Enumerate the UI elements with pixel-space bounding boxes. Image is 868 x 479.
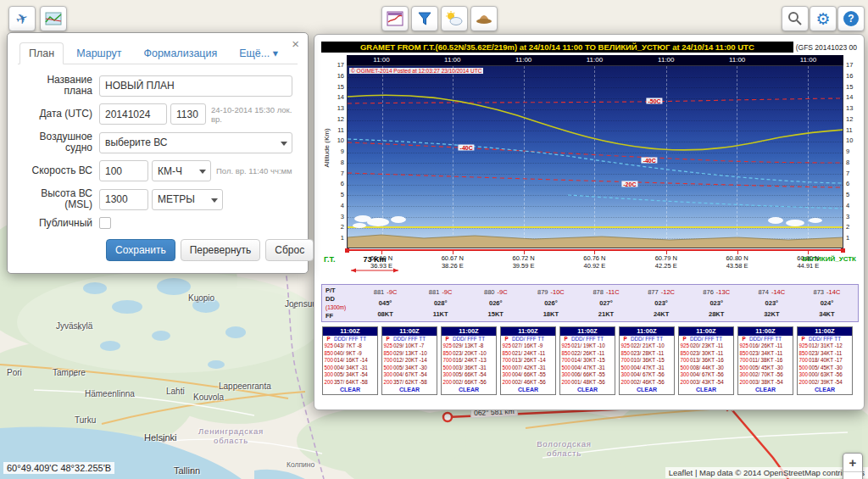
- filter-button[interactable]: [411, 6, 438, 31]
- public-checkbox[interactable]: [99, 217, 111, 229]
- pilot-hat-button[interactable]: [470, 6, 498, 31]
- y-tick: 5: [341, 192, 344, 198]
- map-attribution: Leaflet | Map data © 2014 OpenStreetMap …: [665, 467, 868, 478]
- altitude-input[interactable]: [99, 189, 148, 210]
- cursor-coordinates: 60°49.409'С 48°32.255'В: [3, 462, 114, 474]
- plan-tab-3[interactable]: Ещё... ▾: [230, 42, 287, 64]
- plan-tab-1[interactable]: Маршрут: [67, 42, 131, 64]
- flight-plan-panel: × ПланМаршрутФормализацияЕщё... ▾ Назван…: [7, 32, 309, 274]
- y-tick: 3: [846, 214, 849, 220]
- help-button[interactable]: ?: [837, 6, 865, 31]
- route-start-label: Г.Т.: [324, 255, 335, 264]
- map-label: Jyväskylä: [56, 321, 92, 331]
- pilot-hat-icon: [476, 12, 492, 25]
- gramet-title: GRAMET FROM Г.Т.(60.52N/35.62E/219m) at …: [321, 42, 793, 53]
- map-label: Turku: [75, 415, 96, 425]
- altitude-unit-select[interactable]: МЕТРЫ: [152, 189, 223, 210]
- y-tick: 5: [846, 192, 849, 198]
- y-tick: 1: [341, 235, 344, 242]
- plan-tab-0[interactable]: План: [19, 42, 64, 64]
- map-label: Tampere: [53, 368, 86, 377]
- y-tick: 16: [846, 73, 853, 80]
- y-tick: 7: [846, 170, 849, 177]
- waypoint-coordinates: 60.79 N42.25 E: [655, 254, 677, 270]
- speed-input[interactable]: [99, 160, 148, 181]
- waypoint-coordinates: 60.72 N39.59 E: [512, 254, 534, 270]
- station-box-8: 11:00ZPDDD/ FFF TT925012/ 31KT -12850023…: [797, 326, 853, 395]
- station-box-3: 11:00ZPDDD/ FFF TT925027/ 16KT -9850021/…: [500, 326, 556, 395]
- y-tick: 14: [846, 94, 853, 101]
- speed-unit-select[interactable]: КМ-Ч: [152, 160, 211, 181]
- y-tick: 8: [846, 159, 849, 166]
- time-label: 11:00: [729, 56, 745, 64]
- y-tick: 11: [337, 127, 344, 134]
- table-row-labels: P/T DD (1300m) FF: [326, 287, 358, 320]
- close-icon[interactable]: ×: [292, 36, 299, 51]
- ogimet-stamp: © OGIMET-2014 Posted at 12:03:27 23/10/2…: [349, 68, 483, 74]
- gramet-plot: © OGIMET-2014 Posted at 12:03:27 23/10/2…: [347, 65, 843, 248]
- map-label: Ленинградская область: [191, 426, 271, 445]
- settings-button[interactable]: ⚙: [810, 6, 837, 31]
- y-tick: 7: [341, 170, 344, 177]
- y-tick: 2: [846, 224, 849, 231]
- search-icon: [787, 10, 804, 27]
- time-label: 11:00: [444, 56, 460, 64]
- plan-name-label: Название плана: [18, 75, 99, 97]
- zoom-in-button[interactable]: +: [843, 454, 862, 472]
- help-icon: ?: [843, 11, 859, 26]
- y-tick: 17: [846, 62, 853, 69]
- reverse-button[interactable]: Перевернуть: [181, 239, 261, 261]
- date-input[interactable]: [99, 103, 167, 125]
- plan-tab-2[interactable]: Формализация: [134, 42, 226, 64]
- y-tick: 12: [337, 116, 344, 123]
- reset-button[interactable]: Сброс: [265, 239, 314, 261]
- chevron-down-icon: [281, 142, 287, 146]
- y-tick: 15: [337, 84, 344, 91]
- map-label: Joensuu: [285, 299, 317, 309]
- ff-row: 08KT11KT15KT18KT21KT24KT28KT32KT34KT: [358, 309, 854, 320]
- pt-row-label: P/T: [326, 287, 358, 294]
- distance-arrow-icon: [350, 268, 399, 273]
- speed-label: Скорость ВС: [18, 165, 99, 176]
- waypoint-coordinates: 60.80 N44.91 E: [797, 254, 819, 270]
- leg-distance: 73 Km: [350, 255, 399, 276]
- aircraft-select[interactable]: выберите ВС: [99, 132, 292, 153]
- weather-button[interactable]: [441, 6, 468, 31]
- time-input[interactable]: [170, 103, 206, 125]
- station-box-1: 11:00ZPDDD/ FFF TT925029/ 10KT -7850029/…: [381, 326, 437, 395]
- y-tick: 10: [337, 137, 344, 144]
- y-axis-left: Altitude (Km) 1716151413121110987654321: [321, 55, 347, 282]
- gramet-button[interactable]: [381, 6, 409, 31]
- map-label: Tallinn: [174, 465, 200, 476]
- y-tick: 6: [341, 181, 344, 187]
- map-label: Pori: [7, 368, 22, 377]
- y-tick: 6: [846, 181, 849, 187]
- y-tick: 2: [341, 224, 344, 231]
- y-axis-right: 1716151413121110987654321: [843, 55, 859, 282]
- plan-name-input[interactable]: [99, 75, 292, 97]
- duration-note: Пол. вр. 11:40 чч:мм: [216, 166, 292, 175]
- isotherm-label: -50C: [646, 97, 662, 103]
- pt-row: 881-9C881-9C880-9C879-10C878-11C877-12C8…: [358, 287, 854, 298]
- chevron-down-icon: [199, 170, 206, 174]
- y-tick: 15: [846, 84, 853, 91]
- y-tick: 14: [337, 94, 344, 101]
- map-label: Lappeenranta: [219, 382, 271, 391]
- time-label: 11:00: [515, 56, 531, 64]
- public-label: Публичный: [18, 218, 99, 229]
- y-tick: 4: [341, 203, 344, 209]
- x-axis: Г.Т. ВЕЛИКИЙ_УСТК 73 Km 60.60 N36.93 E60…: [347, 248, 843, 282]
- station-box-5: 11:00ZPDDD/ FFF TT925022/ 21KT -10850023…: [619, 326, 675, 395]
- map-label: Kouvola: [193, 393, 224, 402]
- save-button[interactable]: Сохранить: [106, 239, 175, 261]
- search-button[interactable]: [782, 6, 809, 31]
- waypoint-coordinates: 60.76 N40.92 E: [583, 254, 605, 270]
- zoom-out-button[interactable]: −: [843, 472, 862, 479]
- times-strip: 11:0011:0011:0011:0011:0011:0011:00: [347, 55, 843, 65]
- gramet-model-info: (GFS 20141023 00: [793, 43, 857, 52]
- distance-label: 73 Km: [350, 255, 399, 264]
- y-tick: 12: [846, 116, 853, 123]
- route-profile-button[interactable]: [40, 6, 67, 31]
- route-profile-icon: [45, 11, 62, 26]
- route-plane-button[interactable]: ✈: [8, 6, 36, 31]
